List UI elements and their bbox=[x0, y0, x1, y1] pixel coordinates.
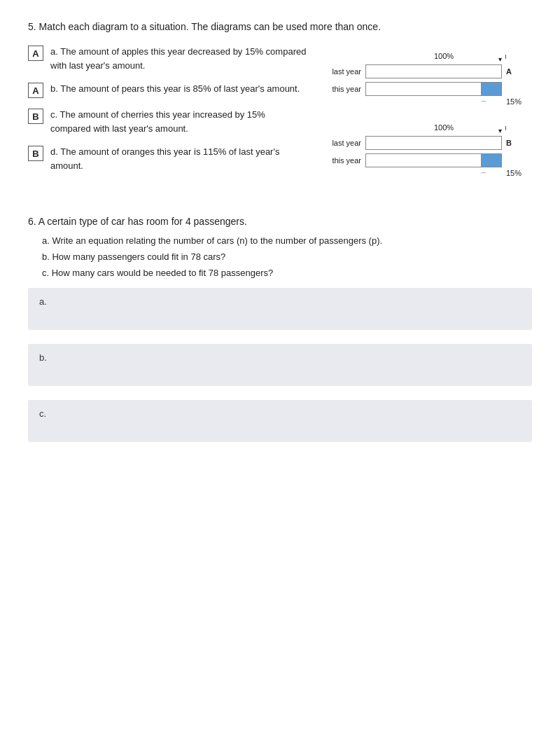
this-year-label-a: this year bbox=[322, 85, 365, 93]
this-year-bar-blue-b bbox=[481, 153, 502, 167]
this-year-bar-outline-b bbox=[365, 153, 481, 167]
match-label-b: b. The amount of pears this year is 85% … bbox=[50, 82, 300, 96]
match-label-d: d. The amount of oranges this year is 11… bbox=[50, 145, 308, 172]
q5-content: A a. The amount of apples this year decr… bbox=[28, 45, 532, 195]
q6-sub-a: a. Write an equation relating the number… bbox=[42, 235, 532, 246]
question-6: 6. A certain type of car has room for 4 … bbox=[28, 216, 532, 442]
last-year-label-b: last year bbox=[322, 139, 365, 147]
q5-diagrams: 100% last year ▾ A this year bbox=[322, 45, 532, 195]
percent-15-a: 15% bbox=[506, 97, 522, 106]
answer-a: A bbox=[28, 46, 43, 61]
diagram-a-section-label: A bbox=[506, 67, 512, 76]
answer-b: A bbox=[28, 83, 43, 98]
q6-header: 6. A certain type of car has room for 4 … bbox=[28, 216, 532, 227]
match-label-c: c. The amount of cherries this year incr… bbox=[50, 108, 308, 135]
answer-a-label: a. bbox=[39, 296, 47, 307]
answer-c: B bbox=[28, 109, 43, 124]
diagram-b-section-label: B bbox=[506, 139, 512, 147]
match-label-a: a. The amount of apples this year decrea… bbox=[50, 45, 308, 72]
diagram-b: 100% last year ▾ B this year bbox=[322, 123, 532, 181]
match-item-b: A b. The amount of pears this year is 85… bbox=[28, 82, 308, 98]
last-year-label-a: last year bbox=[322, 67, 365, 76]
answer-b-label: b. bbox=[39, 352, 47, 363]
q6-sub-c: c. How many cars would be needed to fit … bbox=[42, 268, 532, 278]
match-item-c: B c. The amount of cherries this year in… bbox=[28, 108, 308, 135]
last-year-bar-b bbox=[365, 136, 502, 150]
q5-match-list: A a. The amount of apples this year decr… bbox=[28, 45, 308, 195]
match-item-d: B d. The amount of oranges this year is … bbox=[28, 145, 308, 172]
answer-c-label: c. bbox=[39, 408, 46, 419]
diagram-b-100-label: 100% bbox=[434, 123, 454, 132]
match-item-a: A a. The amount of apples this year decr… bbox=[28, 45, 308, 72]
q5-header: 5. Match each diagram to a situation. Th… bbox=[28, 21, 532, 32]
question-5: 5. Match each diagram to a situation. Th… bbox=[28, 21, 532, 195]
last-year-bar-a bbox=[365, 64, 502, 78]
diagram-a: 100% last year ▾ A this year bbox=[322, 52, 532, 109]
answer-d: B bbox=[28, 146, 43, 161]
this-year-bar-blue-a bbox=[481, 82, 502, 96]
answer-box-a[interactable]: a. bbox=[28, 288, 532, 330]
diagram-a-100-label: 100% bbox=[434, 52, 454, 60]
answer-box-c[interactable]: c. bbox=[28, 400, 532, 442]
answer-box-b[interactable]: b. bbox=[28, 344, 532, 386]
percent-15-b: 15% bbox=[506, 169, 522, 177]
this-year-label-b: this year bbox=[322, 156, 365, 165]
this-year-bar-outline-a bbox=[365, 82, 481, 96]
q6-sub-b: b. How many passengers could fit in 78 c… bbox=[42, 251, 532, 262]
